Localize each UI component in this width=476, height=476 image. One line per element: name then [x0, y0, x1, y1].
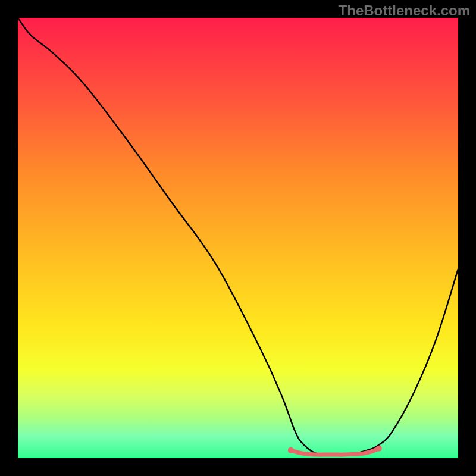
optimal-range-end-dot	[376, 446, 382, 452]
chart-svg	[18, 18, 458, 458]
bottleneck-curve-path	[18, 18, 458, 455]
optimal-range-path	[291, 449, 379, 455]
watermark-text: TheBottleneck.com	[339, 2, 470, 19]
optimal-range-start-dot	[288, 447, 294, 453]
